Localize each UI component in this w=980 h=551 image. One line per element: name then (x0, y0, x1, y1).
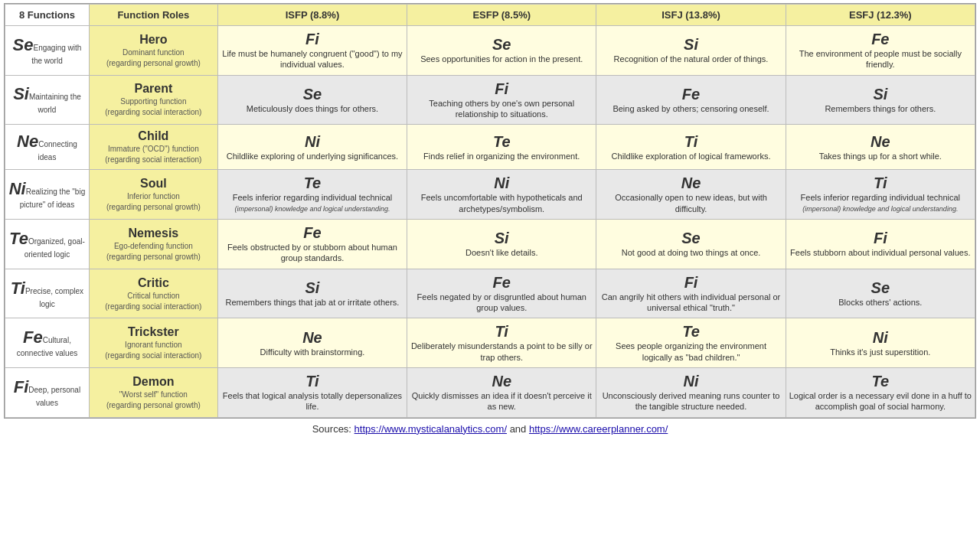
cell-symbol: Ne (221, 329, 403, 347)
role-cell-2: ChildImmature ("OCD") function(regarding… (89, 125, 217, 170)
role-sub1: Inferior function (127, 192, 180, 201)
role-title: Child (138, 129, 168, 142)
function-symbol: Ti (11, 279, 25, 298)
esfp-cell-7: NeQuickly dismisses an idea if it doesn'… (407, 367, 596, 417)
cell-symbol: Fe (599, 86, 782, 103)
cell-symbol: Fe (410, 274, 593, 292)
cell-symbol: Te (789, 373, 972, 390)
esfp-cell-4: SiDoesn't like details. (407, 220, 596, 269)
cell-text: Occasionally open to new ideas, but with… (599, 192, 782, 214)
isfp-cell-3: TeFeels inferior regarding individual te… (217, 170, 407, 220)
isfp-cell-1: SeMeticulously does things for others. (217, 75, 407, 125)
function-desc: Maintaining the world (29, 93, 81, 114)
cell-text: Feels obstructed by or stubborn about hu… (221, 242, 403, 264)
function-symbol: Fi (14, 377, 29, 396)
function-symbol: Ne (17, 132, 38, 151)
cell-text: Deliberately misunderstands a point to b… (410, 341, 593, 363)
esfp-cell-2: TeFinds relief in organizing the environ… (407, 125, 596, 170)
role-sub2: (regarding personal growth) (106, 203, 201, 211)
isfp-cell-5: SiRemembers things that jab at or irrita… (217, 269, 407, 318)
cell-text: Thinks it's just superstition. (789, 347, 972, 357)
role-cell-7: Demon"Worst self" function(regarding per… (89, 367, 217, 417)
cell-text: Feels inferior regarding individual tech… (221, 192, 403, 214)
cell-text: Teaching others by one's own personal re… (410, 98, 593, 120)
sources-url1[interactable]: https://www.mysticalanalytics.com/ (354, 423, 507, 435)
role-sub1: Ego-defending function (114, 242, 193, 250)
cell-symbol: Ne (410, 373, 593, 390)
sources-bar: Sources: https://www.mysticalanalytics.c… (0, 419, 980, 438)
role-title: Critic (138, 276, 169, 289)
cell-text: Doesn't like details. (410, 247, 593, 258)
function-symbol: Ni (9, 179, 26, 198)
cell-symbol: Fi (221, 31, 403, 48)
isfp-cell-6: NeDifficulty with brainstorming. (217, 318, 407, 368)
role-title: Soul (140, 177, 167, 190)
cell-text: Finds relief in organizing the environme… (410, 151, 593, 161)
role-title: Nemesis (128, 227, 178, 240)
cell-text: Difficulty with brainstorming. (221, 347, 403, 357)
cell-symbol: Fi (599, 274, 782, 292)
cell-text: Feels uncomfortable with hypotheticals a… (410, 192, 593, 214)
esfj-cell-1: SiRemembers things for others. (786, 75, 975, 125)
sources-url2[interactable]: https://www.careerplanner.com/ (529, 423, 668, 435)
cell-symbol: Ti (410, 323, 593, 341)
role-cell-0: HeroDominant function(regarding personal… (89, 26, 217, 76)
role-cell-1: ParentSupporting function(regarding soci… (89, 75, 217, 125)
cell-text: Remembers things for others. (789, 103, 972, 114)
isfp-cell-2: NiChildlike exploring of underlying sign… (217, 125, 407, 170)
cell-text: Quickly dismisses an idea if it doesn't … (410, 390, 593, 412)
function-symbol: Te (9, 229, 28, 248)
cell-text: Sees people organizing the environment l… (599, 341, 782, 363)
function-cell-2: NeConnecting ideas (5, 125, 90, 170)
cell-symbol: Se (599, 230, 782, 247)
cell-symbol: Ni (221, 133, 403, 151)
cell-symbol: Si (221, 279, 403, 297)
function-cell-6: FeCultural, connective values (5, 318, 90, 368)
cell-symbol: Fe (221, 224, 403, 242)
role-cell-6: TricksterIgnorant function(regarding soc… (89, 318, 217, 368)
esfp-cell-3: NiFeels uncomfortable with hypotheticals… (407, 170, 596, 220)
cell-text: Remembers things that jab at or irritate… (221, 297, 403, 308)
esfp-cell-1: FiTeaching others by one's own personal … (407, 75, 596, 125)
cell-text: Can angrily hit others with individual p… (599, 292, 782, 314)
isfj-cell-6: TeSees people organizing the environment… (596, 318, 786, 368)
header-isfp: ISFP (8.8%) (217, 5, 407, 26)
header-esfj: ESFJ (12.3%) (786, 5, 975, 26)
cell-symbol: Se (789, 279, 972, 297)
esfj-cell-2: NeTakes things up for a short while. (786, 125, 975, 170)
cell-symbol: Te (221, 174, 403, 192)
isfj-cell-4: SeNot good at doing two things at once. (596, 220, 786, 269)
esfj-cell-5: SeBlocks others' actions. (786, 269, 975, 318)
cell-text: Feels stubborn about individual personal… (789, 247, 972, 258)
role-title: Parent (134, 82, 172, 95)
table-row: TiPrecise, complex logicCriticCritical f… (5, 269, 975, 318)
cell-symbol: Ti (789, 174, 972, 192)
role-sub2: (regarding social interaction) (105, 302, 201, 311)
role-sub2: (regarding personal growth) (106, 401, 201, 409)
cell-symbol: Fi (789, 230, 972, 247)
role-cell-5: CriticCritical function(regarding social… (89, 269, 217, 318)
header-row: 8 Functions Function Roles ISFP (8.8%) E… (5, 5, 975, 26)
role-title: Demon (132, 375, 174, 388)
cell-symbol: Ni (410, 174, 593, 192)
esfj-cell-4: FiFeels stubborn about individual person… (786, 220, 975, 269)
isfj-cell-1: FeBeing asked by others; censoring onese… (596, 75, 786, 125)
cell-symbol: Fe (789, 31, 972, 48)
esfj-cell-6: NiThinks it's just superstition. (786, 318, 975, 368)
function-cell-7: FiDeep, personal values (5, 367, 90, 417)
cell-symbol: Ni (599, 373, 782, 390)
header-isfj: ISFJ (13.8%) (596, 5, 786, 26)
cell-text: Sees opportunities for action in the pre… (410, 54, 593, 64)
isfp-cell-7: TiFeels that logical analysis totally de… (217, 367, 407, 417)
cell-symbol: Se (410, 36, 593, 54)
cell-symbol: Ne (599, 174, 782, 192)
header-esfp: ESFP (8.5%) (407, 5, 596, 26)
table-row: FeCultural, connective valuesTricksterIg… (5, 318, 975, 368)
function-cell-5: TiPrecise, complex logic (5, 269, 90, 318)
role-cell-3: SoulInferior function(regarding personal… (89, 170, 217, 220)
main-table-wrapper: 8 Functions Function Roles ISFP (8.8%) E… (4, 3, 976, 419)
function-cell-1: SiMaintaining the world (5, 75, 90, 125)
cell-symbol: Ne (789, 133, 972, 151)
cell-symbol: Si (410, 230, 593, 247)
function-desc: Deep, personal values (28, 386, 80, 407)
